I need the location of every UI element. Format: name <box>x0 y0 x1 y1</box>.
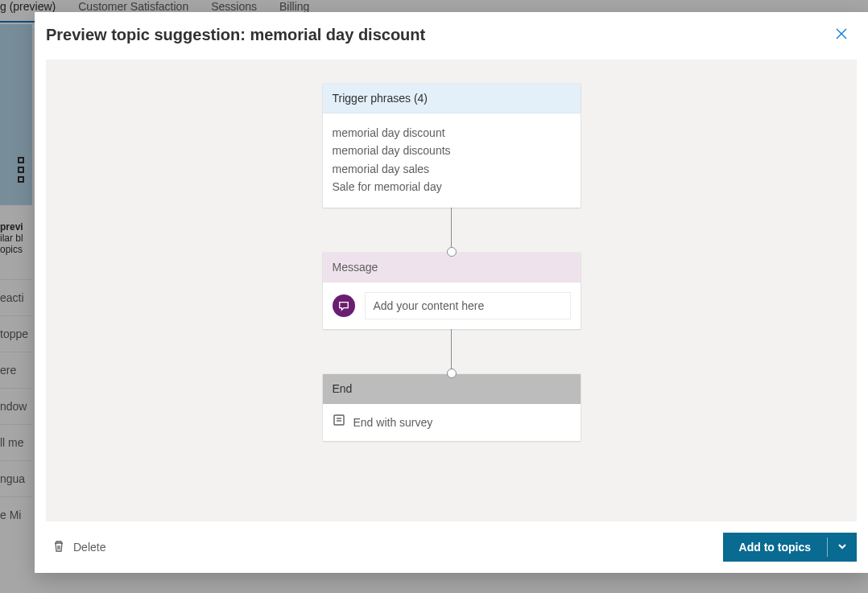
delete-label: Delete <box>73 541 105 554</box>
message-node-header: Message <box>323 253 581 282</box>
add-to-topics-dropdown[interactable] <box>828 533 857 562</box>
message-node[interactable]: Message Add your content here <box>323 253 581 329</box>
trigger-phrase: memorial day discount <box>333 125 571 141</box>
trigger-node-body: memorial day discount memorial day disco… <box>323 113 581 208</box>
survey-icon <box>333 414 345 430</box>
chevron-down-icon <box>837 542 847 554</box>
trigger-phrases-node[interactable]: Trigger phrases (4) memorial day discoun… <box>323 84 581 208</box>
close-icon <box>836 30 847 42</box>
authoring-canvas[interactable]: Trigger phrases (4) memorial day discoun… <box>46 60 857 521</box>
modal-header: Preview topic suggestion: memorial day d… <box>35 12 868 60</box>
end-node-header: End <box>323 374 581 404</box>
trash-icon <box>52 540 65 555</box>
message-content-input[interactable]: Add your content here <box>365 292 571 319</box>
connector <box>451 329 452 374</box>
add-to-topics-split-button: Add to topics <box>723 533 857 562</box>
connector <box>451 208 452 253</box>
trigger-phrase: Sale for memorial day <box>333 179 571 195</box>
modal-title: Preview topic suggestion: memorial day d… <box>46 26 425 44</box>
add-to-topics-button[interactable]: Add to topics <box>723 533 827 562</box>
trigger-phrase: memorial day discounts <box>333 142 571 159</box>
end-node[interactable]: End End with survey <box>323 374 581 440</box>
trigger-phrase-list: memorial day discount memorial day disco… <box>333 125 571 195</box>
trigger-phrase: memorial day sales <box>333 161 571 177</box>
svg-rect-2 <box>334 415 344 425</box>
flow-container: Trigger phrases (4) memorial day discoun… <box>323 84 581 441</box>
delete-button[interactable]: Delete <box>46 535 112 560</box>
trigger-node-header: Trigger phrases (4) <box>323 84 581 113</box>
chat-icon <box>333 294 355 317</box>
modal-footer: Delete Add to topics <box>35 521 868 573</box>
end-label: End with survey <box>353 414 433 430</box>
preview-topic-modal: Preview topic suggestion: memorial day d… <box>35 12 868 573</box>
close-button[interactable] <box>831 23 852 47</box>
